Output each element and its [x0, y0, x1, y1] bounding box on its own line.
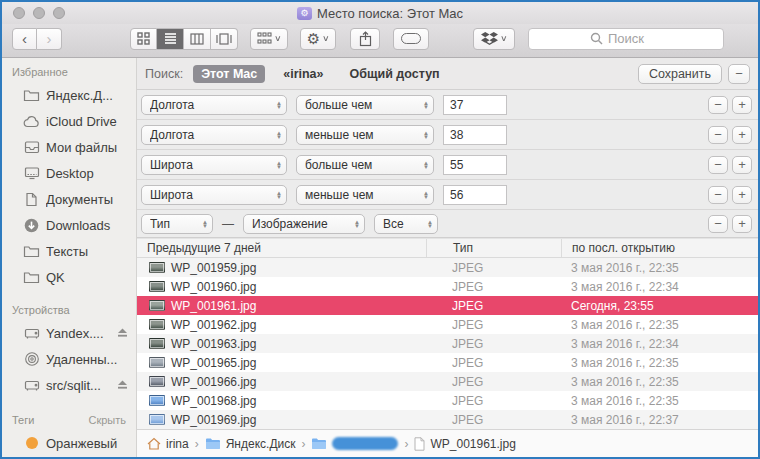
disc-icon — [23, 351, 40, 368]
criterion-attribute-select[interactable]: Долгота ▲▼ — [141, 125, 287, 145]
hide-tags-button[interactable]: Скрыть — [88, 414, 126, 426]
remove-criterion-button[interactable]: − — [708, 215, 728, 233]
sidebar-favorites-header: Избранное — [2, 66, 136, 78]
gear-icon: ⚙ — [307, 30, 320, 48]
sidebar-tag-item[interactable]: Красный — [2, 456, 136, 457]
file-row[interactable]: WP_001959.jpg JPEG 3 мая 2016 г., 22:35 — [137, 258, 758, 277]
criterion-value-input[interactable] — [443, 185, 507, 205]
sidebar-item[interactable]: Документы — [2, 186, 136, 212]
sidebar-item[interactable]: Тексты — [2, 238, 136, 264]
eject-icon[interactable] — [117, 326, 128, 341]
censored-folder-name — [332, 437, 398, 450]
toolbar-search-field[interactable] — [528, 28, 724, 50]
back-button[interactable]: ‹ — [12, 28, 37, 50]
file-row[interactable]: WP_001960.jpg JPEG 3 мая 2016 г., 22:34 — [137, 277, 758, 296]
path-bar: irina › Яндекс.Диск › › WP_001961.jpg — [137, 429, 758, 457]
criterion-value-input[interactable] — [443, 155, 507, 175]
file-thumbnail-icon — [149, 262, 165, 273]
list-view-button[interactable] — [157, 28, 184, 50]
add-criterion-button[interactable]: + — [732, 126, 752, 144]
remove-criterion-button[interactable]: − — [708, 126, 728, 144]
toolbar: ‹ › ∨ ⚙ ∨ — [2, 24, 758, 58]
path-item-censored-folder[interactable] — [311, 437, 398, 450]
column-header-type[interactable]: Тип — [426, 239, 561, 257]
add-criterion-button[interactable]: + — [732, 186, 752, 204]
criterion-attribute-select[interactable]: Широта ▲▼ — [141, 185, 287, 205]
criterion-subkind-select[interactable]: Все ▲▼ — [374, 214, 438, 234]
file-row[interactable]: WP_001961.jpg JPEG Сегодня, 23:55 — [137, 296, 758, 315]
scope-user-folder[interactable]: «irina» — [275, 65, 331, 83]
file-row[interactable]: WP_001966.jpg JPEG 3 мая 2016 г., 22:35 — [137, 372, 758, 391]
icon-view-button[interactable] — [130, 28, 157, 50]
sidebar-device-item[interactable]: Удаленны... — [2, 346, 136, 372]
remove-criterion-button[interactable]: − — [708, 96, 728, 114]
coverflow-view-button[interactable] — [211, 28, 238, 50]
folder-icon — [23, 87, 40, 104]
criterion-value-input[interactable] — [443, 95, 507, 115]
criterion-operator-select[interactable]: меньше чем ▲▼ — [296, 125, 434, 145]
criterion-attribute-select[interactable]: Тип ▲▼ — [141, 214, 213, 234]
file-row[interactable]: WP_001969.jpg JPEG 3 мая 2016 г., 22:37 — [137, 410, 758, 429]
path-separator: › — [404, 437, 408, 451]
criterion-kind-select[interactable]: Изображение ▲▼ — [243, 214, 365, 234]
criterion-operator-select[interactable]: больше чем ▲▼ — [296, 95, 434, 115]
search-input[interactable] — [528, 28, 724, 50]
sidebar-item[interactable]: Downloads — [2, 212, 136, 238]
documents-icon — [23, 191, 40, 208]
file-name: WP_001963.jpg — [171, 337, 256, 351]
file-name: WP_001966.jpg — [171, 375, 256, 389]
select-stepper-icon: ▲▼ — [354, 220, 360, 228]
tags-button[interactable] — [393, 28, 429, 50]
save-search-button[interactable]: Сохранить — [638, 64, 722, 84]
sidebar-device-item[interactable]: Yandex.... — [2, 320, 136, 346]
sidebar-device-item[interactable]: src/sqlit... — [2, 372, 136, 398]
action-menu-button[interactable]: ⚙ ∨ — [300, 28, 336, 50]
column-view-button[interactable] — [184, 28, 211, 50]
file-row[interactable]: WP_001962.jpg JPEG 3 мая 2016 г., 22:35 — [137, 315, 758, 334]
column-header-opened[interactable]: по посл. открытию — [561, 239, 758, 257]
arrange-menu-button[interactable]: ∨ — [250, 28, 288, 50]
close-window-button[interactable] — [13, 7, 25, 19]
remove-criterion-button[interactable]: − — [708, 156, 728, 174]
folder-icon — [205, 437, 221, 450]
sidebar-item[interactable]: Мои файлы — [2, 134, 136, 160]
criterion-dash: — — [222, 217, 234, 231]
eject-icon[interactable] — [117, 378, 128, 393]
file-name: WP_001962.jpg — [171, 318, 256, 332]
add-criterion-button[interactable]: + — [732, 156, 752, 174]
zoom-window-button[interactable] — [53, 7, 65, 19]
file-opened-date: 3 мая 2016 г., 22:37 — [561, 413, 758, 427]
search-criterion-row: Широта ▲▼ меньше чем ▲▼ − + — [137, 180, 758, 210]
add-criterion-button[interactable]: + — [732, 215, 752, 233]
scope-shared[interactable]: Общий доступ — [342, 65, 448, 83]
sidebar-item[interactable]: Desktop — [2, 160, 136, 186]
file-row[interactable]: WP_001968.jpg JPEG 3 мая 2016 г., 22:35 — [137, 391, 758, 410]
path-item-home[interactable]: irina — [147, 437, 189, 451]
sidebar-item[interactable]: Яндекс.Д... — [2, 82, 136, 108]
file-row[interactable]: WP_001965.jpg JPEG 3 мая 2016 г., 22:35 — [137, 353, 758, 372]
criterion-operator-select[interactable]: больше чем ▲▼ — [296, 155, 434, 175]
file-row[interactable]: WP_001963.jpg JPEG 3 мая 2016 г., 22:34 — [137, 334, 758, 353]
criterion-attribute-select[interactable]: Широта ▲▼ — [141, 155, 287, 175]
criterion-value-input[interactable] — [443, 125, 507, 145]
select-stepper-icon: ▲▼ — [202, 220, 208, 228]
sidebar-item[interactable]: iCloud Drive — [2, 108, 136, 134]
sidebar-item[interactable]: QK — [2, 264, 136, 290]
path-item-folder[interactable]: Яндекс.Диск — [205, 437, 296, 451]
criterion-operator-select[interactable]: меньше чем ▲▼ — [296, 185, 434, 205]
criterion-attribute-select[interactable]: Долгота ▲▼ — [141, 95, 287, 115]
collapse-criteria-button[interactable]: − — [728, 64, 750, 84]
home-icon — [147, 437, 161, 450]
file-opened-date: 3 мая 2016 г., 22:35 — [561, 318, 758, 332]
sidebar-tag-item[interactable]: Оранжевый — [2, 430, 136, 456]
forward-button[interactable]: › — [37, 28, 62, 50]
share-button[interactable] — [350, 28, 380, 50]
remove-criterion-button[interactable]: − — [708, 186, 728, 204]
file-thumbnail-icon — [149, 414, 165, 425]
add-criterion-button[interactable]: + — [732, 96, 752, 114]
select-stepper-icon: ▲▼ — [423, 131, 429, 139]
scope-this-mac[interactable]: Этот Mac — [193, 65, 265, 83]
path-item-file[interactable]: WP_001961.jpg — [414, 437, 515, 451]
minimize-window-button[interactable] — [33, 7, 45, 19]
dropbox-menu-button[interactable]: ∨ — [473, 28, 515, 50]
